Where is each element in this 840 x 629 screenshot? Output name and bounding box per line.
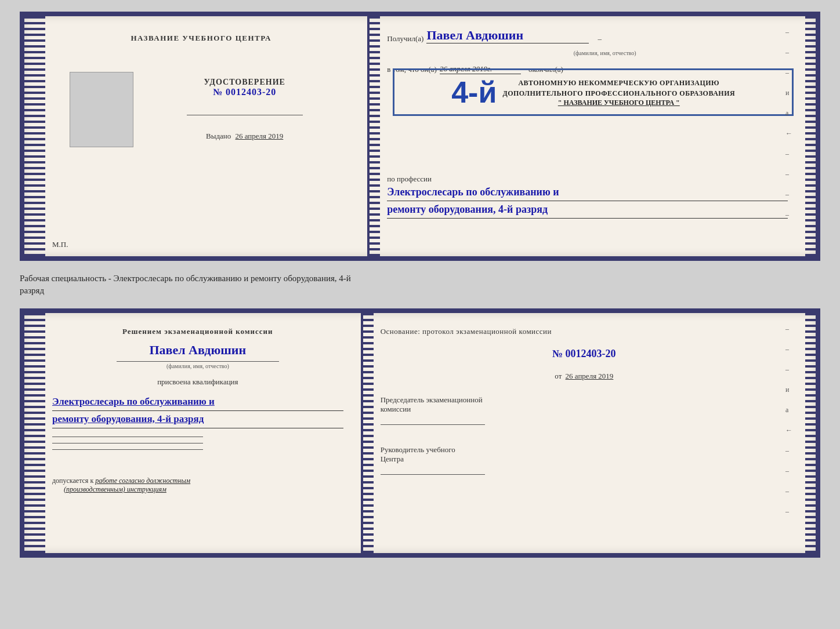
bottom-cert-left: Решением экзаменационной комиссии Павел … — [35, 313, 361, 553]
stamp-name: " НАЗВАНИЕ УЧЕБНОГО ЦЕНТРА " — [502, 99, 735, 107]
udostoverenie-block: УДОСТОВЕРЕНИЕ № 0012403-20 — [204, 78, 285, 97]
osnovanie-text: Основание: протокол экзаменационной коми… — [381, 327, 788, 336]
right-side-dashes: – – – и а ← – – – – — [785, 28, 792, 219]
bottom-right-dashes: – – – и а ← – – – – — [785, 325, 792, 516]
vydano-label: Выдано — [206, 132, 231, 140]
stamp-line3: ДОПОЛНИТЕЛЬНОГО ПРОФЕССИОНАЛЬНОГО ОБРАЗО… — [502, 88, 735, 99]
resheniem-text: Решением экзаменационной комиссии — [52, 327, 343, 336]
dopuskaetsya-block: допускается к работе согласно должностны… — [52, 477, 343, 494]
udostoverenie-number: № 0012403-20 — [204, 87, 285, 97]
bottom-fio-label: (фамилия, имя, отчество) — [117, 361, 279, 369]
left-border-strip — [24, 16, 35, 256]
between-line2: разряд — [20, 285, 820, 297]
predsedatel-signature-line — [381, 424, 485, 425]
bottom-left-border-strip — [24, 313, 35, 553]
stamp-box: 4-й АВТОНОМНУЮ НЕКОММЕРЧЕСКУЮ ОРГАНИЗАЦИ… — [393, 68, 794, 116]
stamp-line2: АВТОНОМНУЮ НЕКОММЕРЧЕСКУЮ ОРГАНИЗАЦИЮ — [502, 78, 735, 88]
rukovoditel-block: Руководитель учебного Центра — [381, 445, 788, 478]
fio-sublabel-top: (фамилия, имя, отчество) — [524, 50, 686, 56]
bottom-cert-right: Основание: протокол экзаменационной коми… — [363, 313, 805, 553]
top-cert-left: НАЗВАНИЕ УЧЕБНОГО ЦЕНТРА УДОСТОВЕРЕНИЕ №… — [35, 16, 367, 256]
photo-placeholder — [70, 72, 133, 147]
bottom-name: Павел Авдюшин — [52, 343, 343, 358]
poluchil-line: Получил(а) Павел Авдюшин – — [387, 28, 788, 43]
rukovoditel-line2: Центра — [381, 455, 788, 464]
vydano-line: Выдано 26 апреля 2019 — [206, 132, 283, 141]
dopuskaetsya-prefix: допускается к — [52, 477, 93, 485]
dopuskaetsya-value: работе согласно должностным — [95, 477, 190, 485]
between-line1: Рабочая специальность - Электрослесарь п… — [20, 272, 820, 285]
top-certificate: НАЗВАНИЕ УЧЕБНОГО ЦЕНТРА УДОСТОВЕРЕНИЕ №… — [20, 12, 820, 261]
poluchil-prefix: Получил(а) — [387, 34, 423, 43]
profession-line1: Электрослесарь по обслуживанию и — [387, 184, 788, 201]
qualification-line1: Электрослесарь по обслуживанию и — [52, 394, 343, 411]
ot-date: от 26 апреля 2019 — [381, 372, 788, 381]
bottom-lines — [52, 437, 343, 456]
protocol-number: № 0012403-20 — [381, 348, 788, 360]
prisvoena-text: присвоена квалификация — [52, 377, 343, 387]
dopuskaetsya-value2: (производственным) инструкциям — [64, 485, 166, 493]
rukovoditel-signature-line — [381, 474, 485, 475]
profession-line2: ремонту оборудования, 4-й разряд — [387, 201, 788, 219]
mp-line: М.П. — [52, 240, 68, 249]
rukovoditel-line1: Руководитель учебного — [381, 445, 788, 455]
predsedatel-line1: Председатель экзаменационной — [381, 395, 788, 405]
stamp-grade: 4-й — [451, 77, 497, 107]
bottom-certificate: Решением экзаменационной комиссии Павел … — [20, 308, 820, 558]
center-title: НАЗВАНИЕ УЧЕБНОГО ЦЕНТРА — [131, 34, 271, 43]
predsedatel-block: Председатель экзаменационной комиссии — [381, 395, 788, 428]
predsedatel-line2: комиссии — [381, 405, 788, 414]
bottom-right-border-strip — [805, 313, 816, 553]
vydano-date: 26 апреля 2019 — [236, 132, 284, 140]
ot-date-value: 26 апреля 2019 — [566, 372, 614, 380]
recipient-name: Павел Авдюшин — [426, 28, 589, 43]
ot-prefix: от — [555, 372, 562, 380]
right-border-strip — [805, 16, 816, 256]
between-label: Рабочая специальность - Электрослесарь п… — [20, 271, 820, 298]
po-professii-label: по профессии — [387, 174, 788, 184]
po-professii-block: по профессии Электрослесарь по обслужива… — [387, 174, 788, 219]
top-cert-right: Получил(а) Павел Авдюшин – (фамилия, имя… — [370, 16, 805, 256]
udostoverenie-title: УДОСТОВЕРЕНИЕ — [204, 78, 285, 87]
qualification-line2: ремонту оборудования, 4-й разряд — [52, 411, 343, 428]
